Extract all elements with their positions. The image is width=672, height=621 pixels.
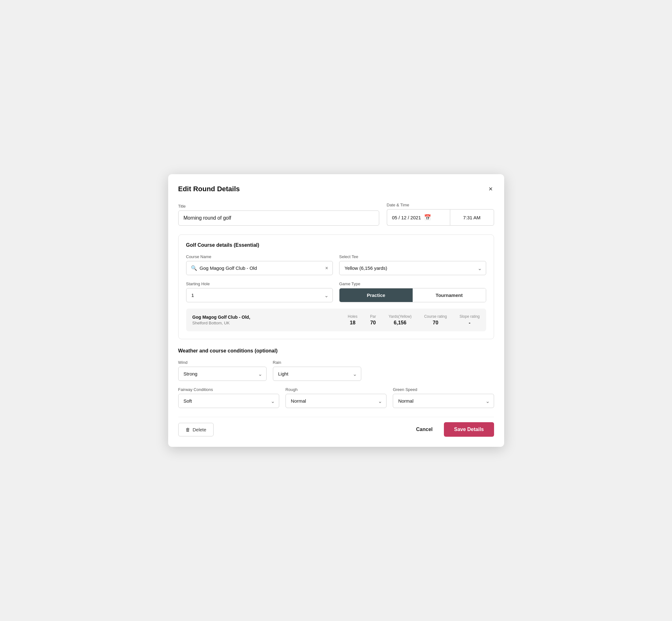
starting-hole-dropdown[interactable]: 1234 5678 910 bbox=[186, 288, 333, 302]
delete-button[interactable]: 🗑 Delete bbox=[178, 423, 214, 437]
game-type-label: Game Type bbox=[339, 282, 486, 286]
conditions-section: Weather and course conditions (optional)… bbox=[178, 348, 494, 408]
par-label: Par bbox=[370, 314, 376, 319]
title-field-group: Title bbox=[178, 204, 379, 225]
holes-label: Holes bbox=[348, 314, 358, 319]
fairway-group: Fairway Conditions FirmNormalSoftWet ⌄ bbox=[178, 387, 279, 408]
title-input[interactable] bbox=[178, 210, 379, 225]
course-name-label: Course Name bbox=[186, 254, 333, 259]
trash-icon: 🗑 bbox=[185, 427, 190, 432]
par-value: 70 bbox=[370, 320, 376, 326]
modal-header: Edit Round Details × bbox=[178, 184, 494, 194]
calendar-icon: 📅 bbox=[424, 214, 431, 221]
course-tee-row: Course Name 🔍 × Select Tee Yellow (6,156… bbox=[186, 254, 486, 275]
golf-section-title: Golf Course details (Essential) bbox=[186, 242, 486, 248]
starting-hole-wrap: 1234 5678 910 ⌄ bbox=[186, 288, 333, 302]
slope-rating-label: Slope rating bbox=[459, 314, 479, 319]
date-value: 05 / 12 / 2021 bbox=[392, 215, 421, 220]
yards-label: Yards(Yellow) bbox=[389, 314, 412, 319]
stat-course-rating: Course rating 70 bbox=[424, 314, 447, 326]
starting-hole-group: Starting Hole 1234 5678 910 ⌄ bbox=[186, 282, 333, 302]
datetime-group: 05 / 12 / 2021 📅 7:31 AM bbox=[387, 209, 494, 225]
course-name-input-wrap[interactable]: 🔍 × bbox=[186, 261, 333, 275]
wind-dropdown[interactable]: NoneLightModerateStrong bbox=[178, 367, 266, 381]
yards-value: 6,156 bbox=[389, 320, 412, 326]
conditions-row-1: Wind NoneLightModerateStrong ⌄ Rain None… bbox=[178, 360, 361, 381]
wind-select-wrap: NoneLightModerateStrong ⌄ bbox=[178, 367, 266, 381]
fairway-select-wrap: FirmNormalSoftWet ⌄ bbox=[178, 394, 279, 408]
select-tee-dropdown[interactable]: Yellow (6,156 yards) White Red Blue bbox=[339, 261, 486, 275]
title-label: Title bbox=[178, 204, 379, 209]
search-icon: 🔍 bbox=[191, 265, 197, 271]
game-type-toggle: Practice Tournament bbox=[339, 288, 486, 302]
fairway-label: Fairway Conditions bbox=[178, 387, 279, 392]
course-info-bar: Gog Magog Golf Club - Old, Shelford Bott… bbox=[186, 308, 486, 331]
green-speed-dropdown[interactable]: SlowNormalFast bbox=[393, 394, 494, 408]
starting-hole-label: Starting Hole bbox=[186, 282, 333, 286]
date-input[interactable]: 05 / 12 / 2021 📅 bbox=[387, 209, 450, 225]
wind-label: Wind bbox=[178, 360, 266, 365]
stat-yards: Yards(Yellow) 6,156 bbox=[389, 314, 412, 326]
golf-course-section: Golf Course details (Essential) Course N… bbox=[178, 235, 494, 339]
rough-label: Rough bbox=[286, 387, 386, 392]
course-name-group: Course Name 🔍 × bbox=[186, 254, 333, 275]
time-input[interactable]: 7:31 AM bbox=[450, 209, 494, 225]
course-rating-value: 70 bbox=[424, 320, 447, 326]
slope-rating-value: - bbox=[459, 320, 479, 326]
fairway-dropdown[interactable]: FirmNormalSoftWet bbox=[178, 394, 279, 408]
course-info-text: Gog Magog Golf Club - Old, Shelford Bott… bbox=[193, 315, 251, 325]
course-name-input[interactable] bbox=[200, 265, 323, 271]
select-tee-group: Select Tee Yellow (6,156 yards) White Re… bbox=[339, 254, 486, 275]
datetime-label: Date & Time bbox=[387, 203, 494, 207]
stat-slope-rating: Slope rating - bbox=[459, 314, 479, 326]
green-speed-label: Green Speed bbox=[393, 387, 494, 392]
modal-title: Edit Round Details bbox=[178, 185, 240, 193]
course-name-clear-button[interactable]: × bbox=[325, 266, 328, 271]
stat-holes: Holes 18 bbox=[348, 314, 358, 326]
edit-round-modal: Edit Round Details × Title Date & Time 0… bbox=[168, 174, 504, 447]
course-stats: Holes 18 Par 70 Yards(Yellow) 6,156 Cour… bbox=[348, 314, 479, 326]
datetime-field-group: Date & Time 05 / 12 / 2021 📅 7:31 AM bbox=[387, 203, 494, 225]
practice-button[interactable]: Practice bbox=[339, 288, 413, 302]
green-speed-group: Green Speed SlowNormalFast ⌄ bbox=[393, 387, 494, 408]
rain-label: Rain bbox=[273, 360, 361, 365]
hole-gametype-row: Starting Hole 1234 5678 910 ⌄ Game Type … bbox=[186, 282, 486, 302]
select-tee-wrap: Yellow (6,156 yards) White Red Blue ⌄ bbox=[339, 261, 486, 275]
rough-group: Rough ShortNormalLong ⌄ bbox=[286, 387, 386, 408]
tournament-button[interactable]: Tournament bbox=[413, 288, 486, 302]
cancel-button[interactable]: Cancel bbox=[411, 423, 437, 436]
rough-select-wrap: ShortNormalLong ⌄ bbox=[286, 394, 386, 408]
rain-group: Rain NoneLightModerateHeavy ⌄ bbox=[273, 360, 361, 381]
course-rating-label: Course rating bbox=[424, 314, 447, 319]
stat-par: Par 70 bbox=[370, 314, 376, 326]
close-button[interactable]: × bbox=[488, 184, 494, 194]
footer-right: Cancel Save Details bbox=[411, 422, 494, 437]
rain-dropdown[interactable]: NoneLightModerateHeavy bbox=[273, 367, 361, 381]
save-button[interactable]: Save Details bbox=[444, 422, 494, 437]
game-type-group: Game Type Practice Tournament bbox=[339, 282, 486, 302]
conditions-row-2: Fairway Conditions FirmNormalSoftWet ⌄ R… bbox=[178, 387, 494, 408]
green-speed-select-wrap: SlowNormalFast ⌄ bbox=[393, 394, 494, 408]
footer-row: 🗑 Delete Cancel Save Details bbox=[178, 417, 494, 437]
rain-select-wrap: NoneLightModerateHeavy ⌄ bbox=[273, 367, 361, 381]
course-info-name: Gog Magog Golf Club - Old, bbox=[193, 315, 251, 320]
wind-group: Wind NoneLightModerateStrong ⌄ bbox=[178, 360, 266, 381]
time-value: 7:31 AM bbox=[463, 215, 480, 220]
select-tee-label: Select Tee bbox=[339, 254, 486, 259]
top-row: Title Date & Time 05 / 12 / 2021 📅 7:31 … bbox=[178, 203, 494, 225]
course-info-location: Shelford Bottom, UK bbox=[193, 321, 251, 325]
conditions-title: Weather and course conditions (optional) bbox=[178, 348, 494, 354]
rough-dropdown[interactable]: ShortNormalLong bbox=[286, 394, 386, 408]
delete-label: Delete bbox=[193, 427, 206, 432]
holes-value: 18 bbox=[348, 320, 358, 326]
